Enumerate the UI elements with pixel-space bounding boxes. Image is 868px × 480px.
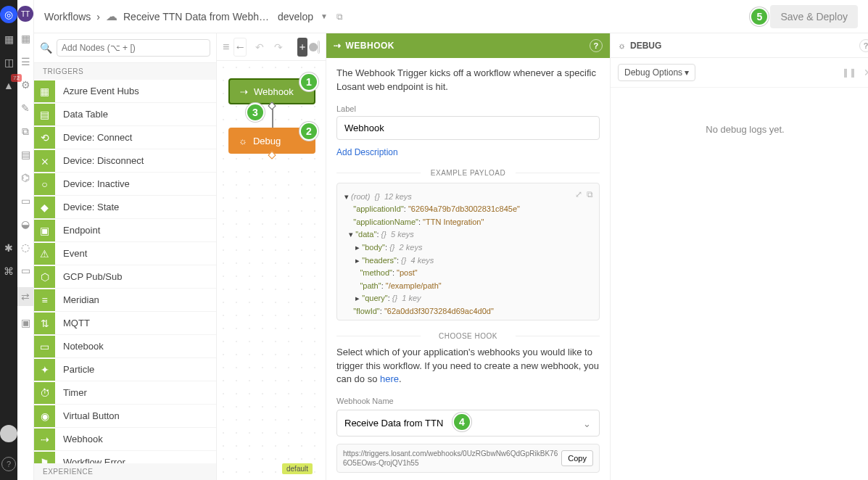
canvas-toggle[interactable] bbox=[318, 41, 320, 54]
trigger-icon: ⇅ bbox=[34, 313, 56, 334]
panel-header: ⇢ WEBHOOK ? bbox=[326, 33, 610, 58]
side-icon-10[interactable]: ◌ bbox=[19, 241, 32, 254]
create-webhook-link[interactable]: here bbox=[380, 373, 399, 384]
label-input[interactable] bbox=[336, 116, 600, 140]
trigger-item[interactable]: ○Device: Inactive bbox=[34, 173, 216, 196]
side-icon-2[interactable]: ☰ bbox=[19, 55, 32, 68]
trigger-icon: ○ bbox=[34, 173, 56, 195]
panel-description: The Webhook Trigger kicks off a workflow… bbox=[336, 67, 600, 94]
nav-icon-box[interactable]: ◫ bbox=[1, 55, 16, 70]
trigger-item[interactable]: ▤Data Table bbox=[34, 103, 216, 126]
redo-button[interactable]: ↷ bbox=[270, 40, 287, 54]
trigger-icon: ✦ bbox=[34, 359, 56, 381]
panel-header-title: WEBHOOK bbox=[346, 41, 395, 51]
palette-section-triggers: TRIGGERS bbox=[34, 63, 216, 80]
trigger-icon: ≡ bbox=[34, 289, 56, 311]
node-search-input[interactable] bbox=[57, 39, 210, 57]
breadcrumb-root[interactable]: Workflows bbox=[44, 11, 91, 22]
undo-button[interactable]: ↶ bbox=[251, 40, 268, 54]
nav-icon-graph[interactable]: ✱ bbox=[1, 241, 16, 255]
side-icon-6[interactable]: ▤ bbox=[19, 148, 32, 161]
nav-icon-notifications[interactable]: ▲ bbox=[1, 78, 16, 93]
trigger-item[interactable]: ⏱Timer bbox=[34, 381, 216, 405]
side-icon-7[interactable]: ⌬ bbox=[19, 171, 32, 184]
copy-icon[interactable]: ⧉ bbox=[336, 12, 343, 22]
side-icon-12[interactable]: ▣ bbox=[19, 316, 32, 329]
trigger-icon: ▣ bbox=[34, 220, 56, 241]
nav-icon-page[interactable] bbox=[1, 218, 16, 232]
trigger-item[interactable]: ⚠Event bbox=[34, 242, 216, 265]
choose-hook-info: Select which of your application's webho… bbox=[336, 346, 600, 387]
trigger-icon: ⟲ bbox=[34, 127, 56, 149]
trigger-icon: ▤ bbox=[34, 104, 56, 125]
side-icon-8[interactable]: ▭ bbox=[19, 194, 32, 207]
nav-icon-dashboard[interactable]: ▦ bbox=[1, 32, 16, 46]
side-icon-9[interactable]: ◒ bbox=[19, 218, 32, 231]
canvas-menu-icon[interactable]: ≡ bbox=[223, 41, 229, 54]
nav-icon-gear[interactable] bbox=[1, 102, 16, 116]
copy-url-button[interactable]: Copy bbox=[561, 450, 593, 466]
save-deploy-button[interactable]: Save & Deploy bbox=[770, 5, 858, 28]
trigger-icon: ⚑ bbox=[34, 452, 56, 464]
payload-copy-icon[interactable]: ⧉ bbox=[587, 188, 593, 202]
branch-caret-icon[interactable]: ▼ bbox=[321, 12, 328, 20]
trigger-item[interactable]: ◆Device: State bbox=[34, 196, 216, 219]
side-icon-workflows[interactable]: ⇄ bbox=[19, 290, 32, 303]
nav-icon-table[interactable] bbox=[1, 171, 16, 186]
nav-icon-tree[interactable] bbox=[1, 194, 16, 209]
side-icon-4[interactable]: ✎ bbox=[19, 102, 32, 115]
workflow-canvas[interactable]: ⇢ Webhook ☼ Debug 1 2 3 default bbox=[217, 61, 326, 480]
panel-help-icon[interactable]: ? bbox=[590, 39, 603, 52]
nav-icon-branch[interactable] bbox=[1, 125, 16, 139]
trigger-item[interactable]: ⟲Device: Connect bbox=[34, 126, 216, 149]
trigger-item[interactable]: ≡Meridian bbox=[34, 289, 216, 312]
node-debug-label: Debug bbox=[253, 136, 281, 146]
trigger-item[interactable]: ✦Particle bbox=[34, 358, 216, 381]
trigger-item[interactable]: ◉Virtual Button bbox=[34, 405, 216, 428]
debug-close-icon[interactable]: ✕ bbox=[864, 67, 868, 78]
callout-3: 3 bbox=[246, 103, 265, 122]
add-description-link[interactable]: Add Description bbox=[336, 147, 398, 157]
trigger-item[interactable]: ⬡GCP Pub/Sub bbox=[34, 265, 216, 289]
trigger-item[interactable]: ⇢Webhook bbox=[34, 428, 216, 451]
trigger-item[interactable]: ⨯Device: Disconnect bbox=[34, 149, 216, 173]
side-icon-11[interactable]: ▭ bbox=[19, 264, 32, 277]
default-chip: default bbox=[282, 463, 313, 474]
branch-name[interactable]: develop bbox=[278, 11, 313, 22]
org-avatar[interactable]: TT bbox=[17, 6, 33, 22]
palette-section-experience: EXPERIENCE bbox=[34, 463, 216, 480]
trigger-item[interactable]: ⚑Workflow Error bbox=[34, 451, 216, 463]
breadcrumb-title[interactable]: Receive TTN Data from Webh… bbox=[123, 11, 269, 22]
trigger-item[interactable]: ▦Azure Event Hubs bbox=[34, 80, 216, 103]
side-icon-1[interactable]: ▦ bbox=[19, 32, 32, 45]
debug-pause-icon[interactable]: ❚❚ bbox=[842, 67, 856, 78]
trigger-icon: ▭ bbox=[34, 336, 56, 357]
nav-icon-layers[interactable] bbox=[1, 148, 16, 162]
trigger-icon: ⏱ bbox=[34, 382, 56, 404]
callout-5: 5 bbox=[750, 7, 769, 26]
trigger-item[interactable]: ▣Endpoint bbox=[34, 219, 216, 242]
trigger-item[interactable]: ⇅MQTT bbox=[34, 312, 216, 335]
callout-2: 2 bbox=[299, 122, 318, 141]
debug-help-icon[interactable]: ? bbox=[859, 39, 868, 52]
canvas-back-button[interactable]: ← bbox=[233, 38, 247, 57]
canvas-add-button[interactable]: ＋ bbox=[297, 38, 307, 57]
search-icon: 🔍 bbox=[40, 42, 52, 54]
trigger-icon: ◉ bbox=[34, 405, 56, 427]
app-logo[interactable]: ◎ bbox=[0, 6, 17, 23]
debug-node-icon: ☼ bbox=[239, 136, 247, 146]
cloud-icon: ☁ bbox=[106, 9, 117, 23]
trigger-icon: ▦ bbox=[34, 80, 56, 102]
help-icon[interactable]: ? bbox=[1, 457, 16, 471]
payload-expand-icon[interactable]: ⤢ bbox=[575, 188, 582, 202]
debug-options-dropdown[interactable]: Debug Options ▾ bbox=[618, 64, 695, 81]
side-icon-5[interactable]: ⧉ bbox=[19, 125, 32, 138]
trigger-item[interactable]: ▭Notebook bbox=[34, 335, 216, 358]
trigger-icon: ⨯ bbox=[34, 150, 56, 172]
user-avatar[interactable] bbox=[0, 425, 17, 442]
nav-icon-code[interactable]: ⌘ bbox=[1, 264, 16, 278]
webhook-url: https://triggers.losant.com/webhooks/0Uz… bbox=[343, 449, 561, 468]
label-field-label: Label bbox=[336, 104, 600, 113]
node-webhook-label: Webhook bbox=[254, 86, 294, 97]
trigger-icon: ⬡ bbox=[34, 266, 56, 288]
